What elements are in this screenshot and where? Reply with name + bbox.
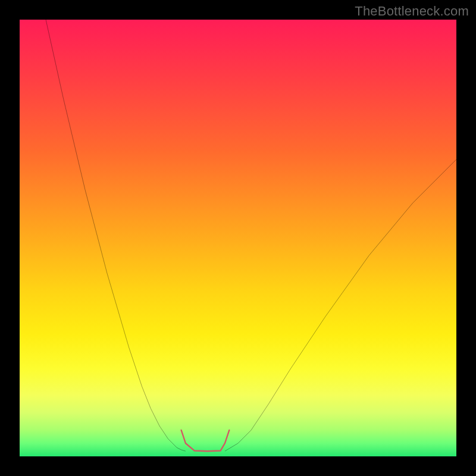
- valley-highlight: [181, 430, 230, 451]
- right-curve: [225, 159, 456, 451]
- watermark-text: TheBottleneck.com: [355, 4, 469, 19]
- curve-layer: [20, 20, 456, 456]
- left-curve: [46, 20, 186, 451]
- chart-frame: TheBottleneck.com: [0, 0, 476, 476]
- plot-area: [20, 20, 456, 456]
